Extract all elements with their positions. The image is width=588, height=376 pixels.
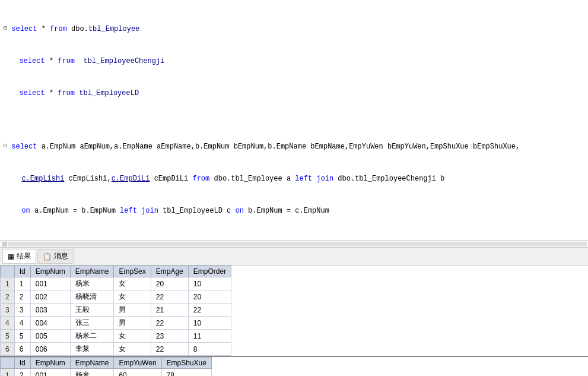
table-row: 22002杨晓清女2220 xyxy=(1,290,231,304)
col-header-empage: EmpAge xyxy=(151,266,188,277)
code-indent-2 xyxy=(4,88,11,97)
code-line-4: select a.EmpNum aEmpNum,a.EmpName aEmpNa… xyxy=(7,141,520,152)
col-header-emporder: EmpOrder xyxy=(188,266,231,277)
sql-code[interactable]: ⊟ select * from dbo.tbl_Employee select … xyxy=(0,0,588,241)
code-line-1: select * from dbo.tbl_Employee xyxy=(7,24,139,34)
code-line-2: select * from tbl_EmployeeChengji xyxy=(11,56,164,67)
col-header-rownum xyxy=(1,266,15,277)
col-header-id-2: Id xyxy=(14,358,30,369)
col-header-empnum-1: EmpNum xyxy=(30,266,70,277)
code-editor: ⊟ select * from dbo.tbl_Employee select … xyxy=(0,0,588,248)
code-line-3: select * from tbl_EmployeeLD xyxy=(11,88,139,99)
code-line-6: on a.EmpNum = b.EmpNum left join tbl_Emp… xyxy=(13,206,329,216)
results-icon: ▦ xyxy=(8,252,14,261)
tab-messages-label: 消息 xyxy=(54,251,68,261)
col-header-empnum-2: EmpNum xyxy=(30,358,70,369)
col-header-empsex: EmpSex xyxy=(114,266,151,277)
table-row: 44004张三男2210 xyxy=(1,317,231,330)
col-header-id-1: Id xyxy=(14,266,30,277)
code-line-5: c.EmpLishi cEmpLishi,c.EmpDiLi cEmpDiLi … xyxy=(13,173,444,184)
messages-icon: 📋 xyxy=(43,252,52,261)
result-section-2: Id EmpNum EmpName EmpYuWen EmpShuXue 120… xyxy=(0,357,588,376)
col-header-empyuwen: EmpYuWen xyxy=(114,358,161,369)
tabs-bar: ▦ 结果 📋 消息 xyxy=(0,248,588,266)
code-indent-1 xyxy=(4,56,11,65)
result-section-1: Id EmpNum EmpName EmpSex EmpAge EmpOrder… xyxy=(0,266,588,357)
results-area[interactable]: Id EmpNum EmpName EmpSex EmpAge EmpOrder… xyxy=(0,266,588,376)
table-2: Id EmpNum EmpName EmpYuWen EmpShuXue 120… xyxy=(0,357,212,376)
table-row: 33003王毅男2122 xyxy=(1,304,231,317)
col-header-empname-2: EmpName xyxy=(70,358,114,369)
col-header-empshuxue: EmpShuXue xyxy=(161,358,211,369)
table-row: 12001杨米6078 xyxy=(1,369,212,377)
col-header-empname-1: EmpName xyxy=(70,266,114,277)
tab-results-label: 结果 xyxy=(17,251,31,261)
col-header-rownum-2 xyxy=(1,358,15,369)
table-row: 66006李莱女228 xyxy=(1,343,231,356)
table-1: Id EmpNum EmpName EmpSex EmpAge EmpOrder… xyxy=(0,266,231,356)
tab-messages[interactable]: 📋 消息 xyxy=(37,249,74,264)
table-row: 11001杨米女2010 xyxy=(1,277,231,290)
tab-results[interactable]: ▦ 结果 xyxy=(2,249,36,264)
table-row: 55005杨米二女2311 xyxy=(1,330,231,343)
